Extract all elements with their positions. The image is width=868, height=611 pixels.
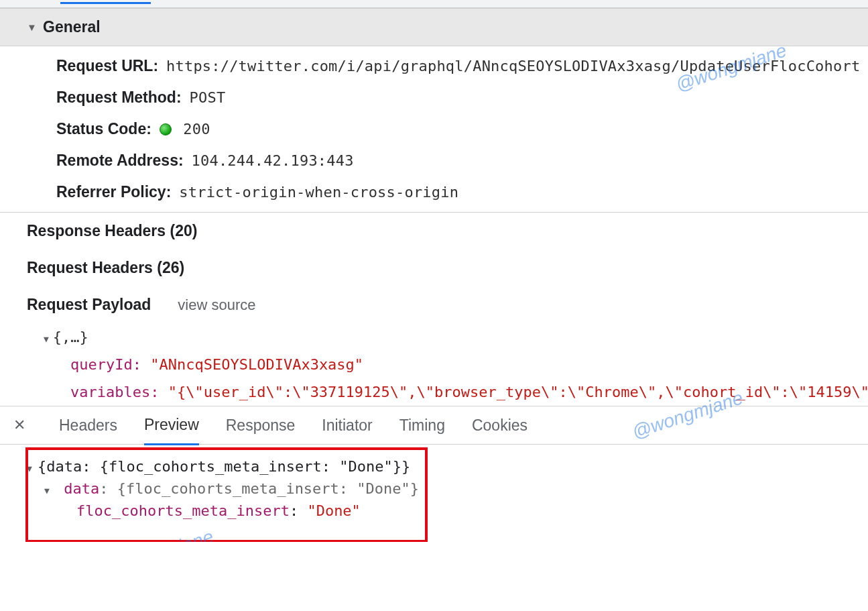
chevron-down-icon [27, 21, 36, 33]
preview-line3-colon: : [290, 502, 308, 519]
tab-cookies[interactable]: Cookies [472, 407, 528, 444]
preview-line-3: floc_cohorts_meta_insert: "Done" [27, 500, 841, 522]
request-method-value: POST [190, 89, 226, 106]
section-title: General [43, 18, 101, 36]
payload-variables-line: variables: "{\"user_id\":\"337119125\",\… [44, 378, 868, 406]
request-url-value: https://twitter.com/i/api/graphql/ANncqS… [166, 58, 860, 74]
status-code-value: 200 [160, 121, 210, 137]
remote-address-value: 104.244.42.193:443 [192, 152, 354, 169]
preview-line3-value: "Done" [307, 502, 360, 519]
request-url-row: Request URL: https://twitter.com/i/api/g… [56, 50, 868, 82]
preview-line2-key: data [64, 480, 99, 497]
referrer-policy-label: Referrer Policy: [56, 183, 171, 201]
request-payload-content: ▼{,…} queryId: "ANncqSEOYSLODIVAx3xasg" … [0, 323, 868, 406]
chevron-down-icon: ▼ [44, 486, 55, 496]
view-source-link[interactable]: view source [178, 296, 255, 314]
preview-line-1[interactable]: ▼{data: {floc_cohorts_meta_insert: "Done… [27, 455, 841, 478]
tab-headers[interactable]: Headers [59, 407, 117, 444]
referrer-policy-row: Referrer Policy: strict-origin-when-cros… [56, 176, 868, 208]
preview-line-2[interactable]: ▼ data: {floc_cohorts_meta_insert: "Done… [27, 478, 841, 500]
tab-timing[interactable]: Timing [399, 407, 445, 444]
section-general-header[interactable]: General [0, 8, 868, 46]
chevron-down-icon: ▼ [44, 334, 49, 344]
preview-line2-rest: : {floc_cohorts_meta_insert: "Done"} [99, 480, 419, 497]
section-general-content: Request URL: https://twitter.com/i/api/g… [0, 46, 868, 212]
top-strip [0, 0, 868, 8]
remote-address-label: Remote Address: [56, 152, 184, 170]
detail-tabs: ✕ Headers Preview Response Initiator Tim… [0, 406, 868, 445]
payload-root-line[interactable]: ▼{,…} [44, 323, 868, 351]
request-method-row: Request Method: POST [56, 82, 868, 113]
remote-address-row: Remote Address: 104.244.42.193:443 [56, 145, 868, 176]
payload-variables-key: variables: [70, 384, 159, 400]
active-tab-indicator [60, 2, 151, 4]
status-code-row: Status Code: 200 [56, 113, 868, 145]
response-headers-title: Response Headers (20) [27, 222, 197, 239]
status-code-text: 200 [183, 121, 210, 137]
payload-root-text: {,…} [53, 329, 88, 345]
request-headers-title: Request Headers (26) [27, 259, 184, 276]
tab-initiator[interactable]: Initiator [322, 407, 372, 444]
close-icon[interactable]: ✕ [13, 416, 25, 434]
status-success-icon [160, 123, 172, 135]
request-payload-title: Request Payload [27, 296, 151, 314]
status-code-label: Status Code: [56, 120, 151, 138]
payload-queryid-key: queryId: [70, 356, 141, 373]
payload-variables-value: "{\"user_id\":\"337119125\",\"browser_ty… [168, 384, 868, 400]
preview-line3-key: floc_cohorts_meta_insert [76, 502, 290, 519]
section-request-payload-header[interactable]: Request Payload view source [0, 286, 868, 323]
tab-preview[interactable]: Preview [144, 406, 199, 445]
chevron-down-icon: ▼ [27, 463, 38, 474]
section-request-headers[interactable]: Request Headers (26) [0, 249, 868, 286]
payload-queryid-value: "ANncqSEOYSLODIVAx3xasg" [150, 356, 363, 373]
preview-line1-text: {data: {floc_cohorts_meta_insert: "Done"… [38, 458, 410, 475]
payload-queryid-line: queryId: "ANncqSEOYSLODIVAx3xasg" [44, 351, 868, 378]
referrer-policy-value: strict-origin-when-cross-origin [179, 184, 458, 201]
request-url-label: Request URL: [56, 57, 158, 75]
tab-response[interactable]: Response [226, 407, 296, 444]
request-method-label: Request Method: [56, 89, 182, 107]
section-response-headers[interactable]: Response Headers (20) [0, 213, 868, 249]
preview-content: ▼{data: {floc_cohorts_meta_insert: "Done… [0, 445, 868, 542]
